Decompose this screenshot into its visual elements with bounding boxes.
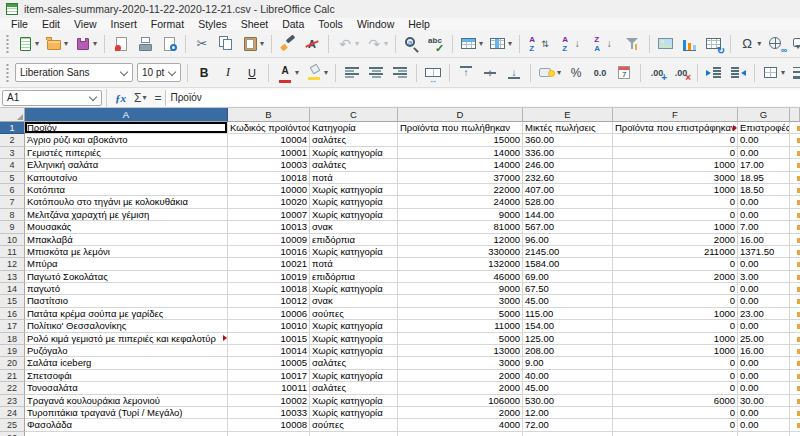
italic-button[interactable]: I xyxy=(217,61,239,85)
sort-button[interactable]: ⇅ xyxy=(525,32,556,56)
cell-F17[interactable]: 0 xyxy=(613,320,738,332)
cell-E13[interactable]: 69.00 xyxy=(523,271,613,283)
cell-E9[interactable]: 567.00 xyxy=(523,221,613,233)
row-header-22[interactable]: 22 xyxy=(0,382,25,394)
cell-D23[interactable]: 106000 xyxy=(398,395,523,407)
cell-G3[interactable]: 0.00 xyxy=(738,147,790,159)
cell-C14[interactable]: Χωρίς κατηγορία xyxy=(310,283,398,295)
cell-F18[interactable]: 1000 xyxy=(613,333,738,345)
cell-A25[interactable]: Φασολάδα xyxy=(25,419,228,431)
cell-G9[interactable]: 7.00 xyxy=(738,221,790,233)
cell-E25[interactable]: 72.00 xyxy=(523,419,613,431)
cell-H1[interactable] xyxy=(790,122,800,134)
cell-A12[interactable]: Μπύρα xyxy=(25,258,228,270)
function-wizard-button[interactable]: ƒx xyxy=(111,92,130,104)
cell-F23[interactable]: 6000 xyxy=(613,395,738,407)
cell-G15[interactable]: 0.00 xyxy=(738,295,790,307)
cell-E5[interactable]: 232.60 xyxy=(523,172,613,184)
redo-button[interactable]: ↷▾ xyxy=(363,32,390,56)
cell-A23[interactable]: Τραγανά κουλουράκια λεμονιού xyxy=(25,395,228,407)
cell-B4[interactable]: 10003 xyxy=(228,159,310,171)
menu-insert[interactable]: Insert xyxy=(104,18,144,30)
align-center-button[interactable] xyxy=(365,61,387,85)
cell-A17[interactable]: Πολίτικο' Θεσσαλονίκης xyxy=(25,320,228,332)
format-as-percent-button[interactable]: % xyxy=(565,61,587,85)
cell-D19[interactable]: 13000 xyxy=(398,345,523,357)
chevron-down-icon[interactable] xyxy=(89,92,97,100)
borders-button[interactable]: ▾ xyxy=(760,61,787,85)
cell-D15[interactable]: 3000 xyxy=(398,295,523,307)
cell-C4[interactable]: σαλάτες xyxy=(310,159,398,171)
cell-G25[interactable]: 0.00 xyxy=(738,419,790,431)
dropdown-arrow-icon[interactable]: ▾ xyxy=(93,39,97,48)
row-header-25[interactable]: 25 xyxy=(0,419,25,431)
new-document-button[interactable]: ▾ xyxy=(14,32,41,56)
cell-G5[interactable]: 18.95 xyxy=(738,172,790,184)
menu-window[interactable]: Window xyxy=(350,18,401,30)
merge-cells-button[interactable] xyxy=(422,61,444,85)
cell-A19[interactable]: Ρυζόγαλο xyxy=(25,345,228,357)
menu-edit[interactable]: Edit xyxy=(35,18,67,30)
cell-D20[interactable]: 3000 xyxy=(398,357,523,369)
cell-B14[interactable]: 10018 xyxy=(228,283,310,295)
row-header-14[interactable]: 14 xyxy=(0,283,25,295)
cell-H3[interactable] xyxy=(790,147,800,159)
cell-A10[interactable]: Μπακλαβά xyxy=(25,234,228,246)
cell-F4[interactable]: 1000 xyxy=(613,159,738,171)
cell-A9[interactable]: Μουσακάς xyxy=(25,221,228,233)
cell-C13[interactable]: επιδόρπια xyxy=(310,271,398,283)
cell-C23[interactable]: Χωρίς κατηγορία xyxy=(310,395,398,407)
cell-C5[interactable]: ποτά xyxy=(310,172,398,184)
cell-H2[interactable] xyxy=(790,134,800,146)
dropdown-arrow-icon[interactable]: ▾ xyxy=(260,39,264,48)
cell-A16[interactable]: Πατάτα κρέμα σούπα με γαρίδες xyxy=(25,308,228,320)
cell-G1[interactable]: Επιστροφές xyxy=(738,122,790,134)
cell-F10[interactable]: 2000 xyxy=(613,234,738,246)
chevron-down-icon[interactable] xyxy=(120,67,128,75)
cell-A2[interactable]: Άγριο ρύζι και αβοκάντο xyxy=(25,134,228,146)
cell-C15[interactable]: σνακ xyxy=(310,295,398,307)
insert-hyperlink-button[interactable] xyxy=(765,32,787,56)
cell-G14[interactable]: 0.00 xyxy=(738,283,790,295)
cell-C20[interactable]: σαλάτες xyxy=(310,357,398,369)
cell-A21[interactable]: Σπετσοφάι xyxy=(25,370,228,382)
undo-button[interactable]: ↶▾ xyxy=(334,32,361,56)
align-bottom-button[interactable]: ↓ xyxy=(503,61,525,85)
row-header-26[interactable]: 26 xyxy=(0,432,25,436)
cell-F15[interactable]: 0 xyxy=(613,295,738,307)
cell-H5[interactable] xyxy=(790,172,800,184)
column-header-A[interactable]: A xyxy=(25,108,228,122)
cell-D3[interactable]: 14000 xyxy=(398,147,523,159)
cell-B3[interactable]: 10001 xyxy=(228,147,310,159)
cell-F12[interactable]: 0 xyxy=(613,258,738,270)
row-header-24[interactable]: 24 xyxy=(0,407,25,419)
column-header-D[interactable]: D xyxy=(398,108,523,122)
cell-E18[interactable]: 125.00 xyxy=(523,333,613,345)
chevron-down-icon[interactable] xyxy=(168,67,176,75)
cell-E8[interactable]: 144.00 xyxy=(523,209,613,221)
delete-decimal-place-button[interactable]: .00 xyxy=(670,61,692,85)
cell-F2[interactable]: 0 xyxy=(613,134,738,146)
cell-E14[interactable]: 67.50 xyxy=(523,283,613,295)
cell-B22[interactable]: 10011 xyxy=(228,382,310,394)
cell-H14[interactable] xyxy=(790,283,800,295)
cell-H12[interactable] xyxy=(790,258,800,270)
cell-H23[interactable] xyxy=(790,395,800,407)
cell-F1[interactable]: Προϊόντα που επιστράφηκαν xyxy=(613,122,738,134)
row-header-7[interactable]: 7 xyxy=(0,196,25,208)
font-name-select[interactable]: Liberation Sans xyxy=(15,63,133,82)
cell-H17[interactable] xyxy=(790,320,800,332)
dropdown-arrow-icon[interactable]: ▾ xyxy=(557,68,561,77)
cell-H8[interactable] xyxy=(790,209,800,221)
dropdown-arrow-icon[interactable]: ▾ xyxy=(479,39,483,48)
cell-G22[interactable]: 0.00 xyxy=(738,382,790,394)
cell-A20[interactable]: Σαλάτα iceberg xyxy=(25,357,228,369)
dropdown-arrow-icon[interactable]: ▾ xyxy=(781,68,785,77)
cell-A15[interactable]: Παστίτσιο xyxy=(25,295,228,307)
cell-D13[interactable]: 46000 xyxy=(398,271,523,283)
cell-F20[interactable]: 0 xyxy=(613,357,738,369)
cell-H25[interactable] xyxy=(790,419,800,431)
toolbar-grip[interactable] xyxy=(5,35,10,53)
cell-E11[interactable]: 2145.00 xyxy=(523,246,613,258)
add-decimal-place-button[interactable]: .00 xyxy=(646,61,668,85)
